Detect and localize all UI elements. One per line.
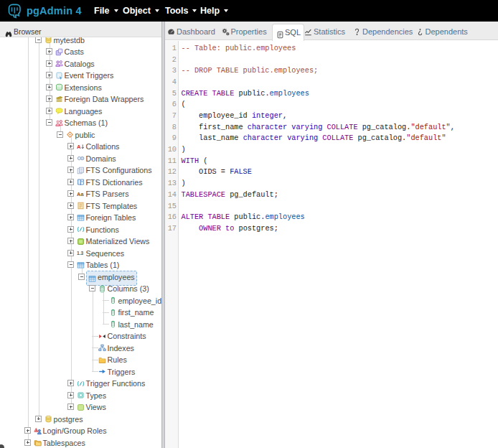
svg-text:A: A bbox=[77, 144, 81, 150]
svg-text:Aa: Aa bbox=[77, 191, 84, 197]
svg-text:A: A bbox=[35, 429, 37, 432]
svg-text:1.3: 1.3 bbox=[77, 251, 84, 256]
